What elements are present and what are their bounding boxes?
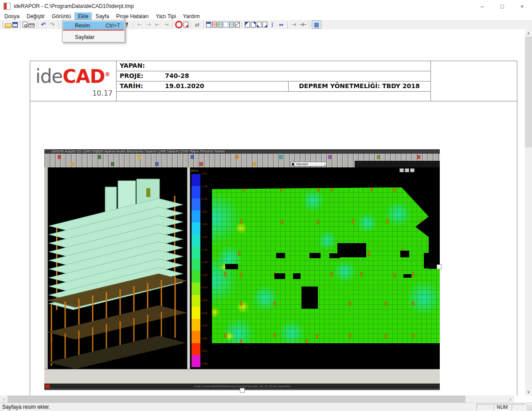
menubar-item-dosya[interactable]: Dosya xyxy=(1,12,23,20)
scroll-down-button[interactable]: ∨ xyxy=(525,388,532,395)
toolbar-separator xyxy=(20,21,20,28)
toolbar-separator xyxy=(242,21,243,28)
legend-colorbar xyxy=(192,174,200,367)
resize-grip[interactable] xyxy=(526,405,532,411)
toolbar-separator xyxy=(309,21,309,28)
table-border-top xyxy=(30,61,517,61)
row-divider-3 xyxy=(116,91,430,92)
title-bar: ideRAPOR - C:\ProgramData\ideCAD10\iderp… xyxy=(0,0,532,13)
report-page: ideCAD® 10.17 YAPAN: PROJE: 740-28 TARİH… xyxy=(0,29,525,395)
menubar-item-proje-hatalar-[interactable]: Proje Hataları xyxy=(113,12,152,20)
page-style-redlines-button[interactable] xyxy=(212,22,217,27)
page-style-dotted-button[interactable] xyxy=(223,22,228,27)
fit-height-button[interactable]: ⋮ xyxy=(268,21,276,28)
save-button[interactable] xyxy=(12,22,18,27)
logo-cad: CAD xyxy=(63,66,105,87)
menu-bar: DosyaDeğiştirGörüntüEkleSayfaProje Hatal… xyxy=(0,12,532,20)
toolbar-separator xyxy=(287,21,288,28)
toolbar-grip xyxy=(1,21,3,28)
open-button[interactable] xyxy=(5,23,12,28)
page-style-diagonal-button[interactable] xyxy=(235,22,240,27)
next-page-button[interactable]: → xyxy=(145,21,153,28)
toolbar-separator xyxy=(59,21,59,28)
prev-page-button[interactable]: ← xyxy=(136,21,144,28)
minimize-button[interactable]: – xyxy=(472,0,492,12)
window-title: ideRAPOR - C:\ProgramData\ideCAD10\iderp… xyxy=(14,3,134,9)
table-mode-button[interactable]: ▦ xyxy=(312,20,321,29)
regulation-label: DEPREM YÖNETMELİĞİ: TBDY 2018 xyxy=(288,82,430,89)
fem-mesh-plot xyxy=(212,187,440,343)
merge-cells-button[interactable]: ⊣ xyxy=(290,21,298,28)
embedded-style-combo: Standart ▾ xyxy=(290,162,327,167)
toolbar-separator xyxy=(203,21,204,28)
embedded-window-buttons xyxy=(399,168,415,172)
embedded-toolbar-row1 xyxy=(44,154,440,161)
toolbar-separator xyxy=(37,21,37,28)
status-bar: Sayfaya resim ekler. NUM xyxy=(0,403,532,411)
horizontal-scroll-thumb[interactable] xyxy=(8,395,466,403)
embedded-left-strip xyxy=(44,167,48,369)
print-preview-button[interactable] xyxy=(23,22,27,27)
status-panel-2 xyxy=(512,404,526,411)
redo-button[interactable]: ↷ xyxy=(48,21,56,28)
scroll-up-button[interactable]: ∧ xyxy=(525,29,532,37)
row-divider-1 xyxy=(116,71,430,71)
num-lock-indicator: NUM xyxy=(493,404,511,411)
field-value-tarih: 19.01.2020 xyxy=(165,82,204,89)
page-style-greenlines-button[interactable] xyxy=(218,22,223,27)
field-label-yapan: YAPAN: xyxy=(120,62,145,69)
building-3d-view xyxy=(48,167,187,369)
status-panel-1 xyxy=(477,404,493,411)
picture-resize-handle-right[interactable] xyxy=(437,264,442,269)
fit-width-button[interactable]: ↔ xyxy=(277,21,285,28)
picture-resize-handle-bottom[interactable] xyxy=(240,388,245,393)
menubar-item-g-r-nt-[interactable]: Görüntü xyxy=(48,12,74,20)
menubar-item-de-i-tir[interactable]: Değiştir xyxy=(23,12,48,20)
inserted-picture[interactable]: Görüntü Araçlar Çiz Çelik Değiştir Ayarl… xyxy=(44,149,440,390)
vertical-scrollbar[interactable]: ∧ ∨ xyxy=(525,29,532,395)
vertical-scroll-thumb[interactable] xyxy=(525,37,532,147)
field-value-proje: 740-28 xyxy=(165,72,189,79)
iderapor-window: ideRAPOR - C:\ProgramData\ideCAD10\iderp… xyxy=(0,0,532,411)
error-page-button[interactable] xyxy=(184,22,188,27)
scroll-left-button[interactable]: ‹ xyxy=(0,395,8,403)
import-page-button[interactable] xyxy=(257,22,262,27)
export-page-button[interactable] xyxy=(251,22,256,27)
embedded-status-red-badge xyxy=(45,384,50,388)
project-errors-button[interactable] xyxy=(175,21,183,28)
toolbar-separator xyxy=(172,21,173,28)
scroll-right-button[interactable]: › xyxy=(507,395,514,403)
print-button[interactable] xyxy=(28,23,35,27)
close-button[interactable]: × xyxy=(512,0,532,12)
menu-item-resim[interactable]: ResimCtrl+T xyxy=(63,21,124,30)
logo-registered-mark: ® xyxy=(105,71,110,78)
right-cell-divider xyxy=(430,61,431,101)
page-style-grid-button[interactable] xyxy=(229,22,234,27)
first-page-button[interactable]: ⇤ xyxy=(153,21,161,28)
maximize-button[interactable]: □ xyxy=(492,0,512,12)
zoom-select-button[interactable] xyxy=(245,22,250,27)
page-border-left xyxy=(30,61,30,395)
menubar-item-yard-m[interactable]: Yardım xyxy=(180,12,203,20)
send-page-button[interactable] xyxy=(262,22,267,27)
embedded-menu-bar: Görüntü Araçlar Çiz Çelik Değiştir Ayarl… xyxy=(44,149,440,154)
embedded-scrollbar-strip xyxy=(44,369,440,384)
undo-button[interactable]: ↶ xyxy=(39,21,47,28)
embedded-toolbar-dark-area xyxy=(355,161,440,167)
menu-item-sayfalar[interactable]: Sayfalar xyxy=(63,33,124,41)
last-page-button[interactable]: ⇥ xyxy=(162,21,170,28)
page-style-header-button[interactable] xyxy=(206,22,211,27)
logo-version: 10.17 xyxy=(92,89,113,97)
menubar-item-yaz-tipi[interactable]: Yazı Tipi xyxy=(152,12,179,20)
horizontal-scrollbar[interactable]: ‹ › xyxy=(0,395,514,403)
reorder-pages-button[interactable]: ⇄ xyxy=(193,21,201,28)
row-divider-2 xyxy=(116,81,430,81)
app-icon xyxy=(4,3,11,10)
legend-unit-label: [kNm] xyxy=(191,169,198,172)
split-cells-button[interactable]: ⊣⊢ xyxy=(299,21,307,28)
embedded-drawing-area: [kNm] 2.8172.4792.1401.8011.4631.1250.78… xyxy=(48,167,440,369)
toolbar-separator xyxy=(133,21,133,28)
menubar-item-ekle[interactable]: Ekle xyxy=(74,12,92,20)
menubar-item-sayfa[interactable]: Sayfa xyxy=(92,12,113,20)
field-label-proje: PROJE: xyxy=(120,72,143,79)
